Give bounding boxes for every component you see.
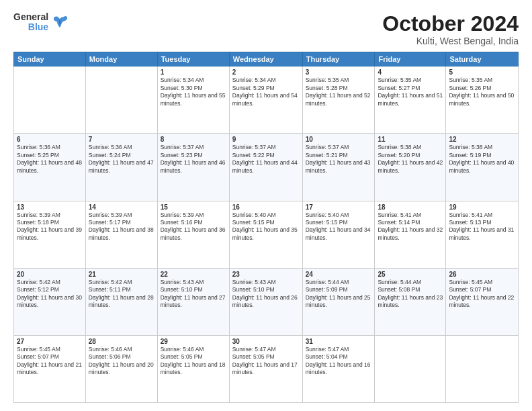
cell-info: Sunset: 5:16 PM	[161, 219, 226, 226]
cell-info: Daylight: 11 hours and 16 minutes.	[306, 361, 372, 377]
cell-info: Sunset: 5:05 PM	[161, 353, 226, 361]
cell-info: Sunrise: 5:38 AM	[378, 144, 443, 151]
cell-info: Daylight: 11 hours and 25 minutes.	[306, 294, 372, 310]
cell-info: Daylight: 11 hours and 21 minutes.	[17, 361, 83, 377]
col-wednesday: Wednesday	[229, 52, 302, 66]
cell-info: Sunset: 5:10 PM	[232, 286, 300, 293]
day-number: 14	[89, 203, 154, 211]
day-number: 19	[449, 203, 515, 211]
header-row: Sunday Monday Tuesday Wednesday Thursday…	[14, 52, 519, 66]
day-number: 24	[306, 271, 372, 278]
col-friday: Friday	[375, 52, 446, 66]
cell-info: Daylight: 11 hours and 28 minutes.	[89, 294, 154, 310]
cell-info: Daylight: 11 hours and 22 minutes.	[449, 294, 515, 310]
calendar-cell: 10Sunrise: 5:37 AMSunset: 5:21 PMDayligh…	[302, 134, 375, 201]
calendar-cell: 21Sunrise: 5:42 AMSunset: 5:11 PMDayligh…	[85, 268, 157, 335]
calendar-cell: 17Sunrise: 5:40 AMSunset: 5:15 PMDayligh…	[302, 201, 375, 268]
cell-info: Sunrise: 5:43 AM	[161, 279, 226, 286]
cell-info: Sunrise: 5:44 AM	[306, 279, 372, 286]
cell-info: Daylight: 11 hours and 40 minutes.	[449, 159, 515, 175]
cell-info: Sunrise: 5:41 AM	[449, 212, 515, 219]
calendar-cell: 27Sunrise: 5:45 AMSunset: 5:07 PMDayligh…	[14, 335, 86, 402]
cell-info: Daylight: 11 hours and 38 minutes.	[89, 226, 154, 242]
cell-info: Sunset: 5:13 PM	[449, 219, 515, 226]
location: Kulti, West Bengal, India	[382, 36, 519, 46]
cell-info: Daylight: 11 hours and 32 minutes.	[378, 226, 443, 242]
cell-info: Daylight: 11 hours and 54 minutes.	[232, 92, 300, 107]
cell-info: Daylight: 11 hours and 27 minutes.	[161, 294, 226, 310]
cell-info: Sunrise: 5:47 AM	[306, 346, 372, 353]
cell-info: Sunset: 5:26 PM	[449, 85, 515, 92]
calendar-cell: 13Sunrise: 5:39 AMSunset: 5:18 PMDayligh…	[14, 201, 86, 268]
cell-info: Daylight: 11 hours and 31 minutes.	[449, 226, 515, 242]
day-number: 5	[449, 68, 515, 76]
day-number: 11	[378, 136, 443, 143]
cell-info: Daylight: 11 hours and 43 minutes.	[306, 159, 372, 175]
cell-info: Daylight: 11 hours and 26 minutes.	[232, 294, 300, 310]
cell-info: Sunset: 5:23 PM	[161, 152, 226, 159]
day-number: 7	[89, 136, 154, 143]
calendar-cell: 23Sunrise: 5:43 AMSunset: 5:10 PMDayligh…	[229, 268, 302, 335]
day-number: 6	[17, 136, 83, 143]
col-tuesday: Tuesday	[157, 52, 229, 66]
cell-info: Sunrise: 5:34 AM	[161, 77, 226, 84]
day-number: 15	[161, 203, 226, 211]
cell-info: Sunset: 5:15 PM	[306, 219, 372, 226]
calendar-cell: 28Sunrise: 5:46 AMSunset: 5:06 PMDayligh…	[85, 335, 157, 402]
day-number: 20	[17, 271, 83, 278]
cell-info: Sunset: 5:27 PM	[378, 85, 443, 92]
calendar-cell	[14, 66, 86, 134]
cell-info: Daylight: 11 hours and 50 minutes.	[449, 92, 515, 107]
logo-bird-icon	[50, 13, 69, 32]
calendar-cell: 30Sunrise: 5:47 AMSunset: 5:05 PMDayligh…	[229, 335, 302, 402]
cell-info: Sunset: 5:25 PM	[17, 152, 83, 159]
calendar-cell: 7Sunrise: 5:36 AMSunset: 5:24 PMDaylight…	[85, 134, 157, 201]
cell-info: Sunrise: 5:34 AM	[232, 77, 300, 84]
day-number: 4	[378, 68, 443, 76]
day-number: 30	[232, 338, 300, 345]
day-number: 31	[306, 338, 372, 345]
calendar-cell: 26Sunrise: 5:45 AMSunset: 5:07 PMDayligh…	[446, 268, 519, 335]
cell-info: Daylight: 11 hours and 23 minutes.	[378, 294, 443, 310]
cell-info: Sunset: 5:10 PM	[161, 286, 226, 293]
day-number: 13	[17, 203, 83, 211]
month-title: October 2024	[382, 12, 519, 36]
cell-info: Sunset: 5:11 PM	[89, 286, 154, 293]
cell-info: Daylight: 11 hours and 55 minutes.	[161, 92, 226, 107]
calendar-cell: 29Sunrise: 5:46 AMSunset: 5:05 PMDayligh…	[157, 335, 229, 402]
cell-info: Sunrise: 5:45 AM	[17, 346, 83, 353]
cell-info: Daylight: 11 hours and 44 minutes.	[232, 159, 300, 175]
calendar-cell: 12Sunrise: 5:38 AMSunset: 5:19 PMDayligh…	[446, 134, 519, 201]
week-row-2: 13Sunrise: 5:39 AMSunset: 5:18 PMDayligh…	[14, 201, 519, 268]
cell-info: Sunset: 5:15 PM	[232, 219, 300, 226]
cell-info: Sunrise: 5:35 AM	[449, 77, 515, 84]
cell-info: Daylight: 11 hours and 30 minutes.	[17, 294, 83, 310]
calendar-table: Sunday Monday Tuesday Wednesday Thursday…	[13, 52, 519, 403]
cell-info: Sunset: 5:08 PM	[378, 286, 443, 293]
cell-info: Sunrise: 5:44 AM	[378, 279, 443, 286]
cell-info: Sunrise: 5:36 AM	[17, 144, 83, 151]
logo-general: General	[13, 12, 48, 22]
logo: General Blue	[13, 12, 69, 33]
cell-info: Sunset: 5:12 PM	[17, 286, 83, 293]
cell-info: Sunset: 5:14 PM	[378, 219, 443, 226]
calendar-cell	[85, 66, 157, 134]
day-number: 28	[89, 338, 154, 345]
cell-info: Sunrise: 5:42 AM	[89, 279, 154, 286]
cell-info: Sunset: 5:18 PM	[17, 219, 83, 226]
cell-info: Sunrise: 5:46 AM	[161, 346, 226, 353]
cell-info: Sunrise: 5:37 AM	[306, 144, 372, 151]
calendar-cell: 19Sunrise: 5:41 AMSunset: 5:13 PMDayligh…	[446, 201, 519, 268]
calendar-cell: 11Sunrise: 5:38 AMSunset: 5:20 PMDayligh…	[375, 134, 446, 201]
calendar-cell: 4Sunrise: 5:35 AMSunset: 5:27 PMDaylight…	[375, 66, 446, 134]
title-section: October 2024 Kulti, West Bengal, India	[382, 12, 519, 46]
calendar-cell: 8Sunrise: 5:37 AMSunset: 5:23 PMDaylight…	[157, 134, 229, 201]
calendar-cell	[375, 335, 446, 402]
cell-info: Sunrise: 5:39 AM	[89, 212, 154, 219]
day-number: 25	[378, 271, 443, 278]
col-saturday: Saturday	[446, 52, 519, 66]
calendar-cell: 14Sunrise: 5:39 AMSunset: 5:17 PMDayligh…	[85, 201, 157, 268]
calendar-cell	[446, 335, 519, 402]
cell-info: Sunrise: 5:40 AM	[232, 212, 300, 219]
cell-info: Sunset: 5:30 PM	[161, 85, 226, 92]
